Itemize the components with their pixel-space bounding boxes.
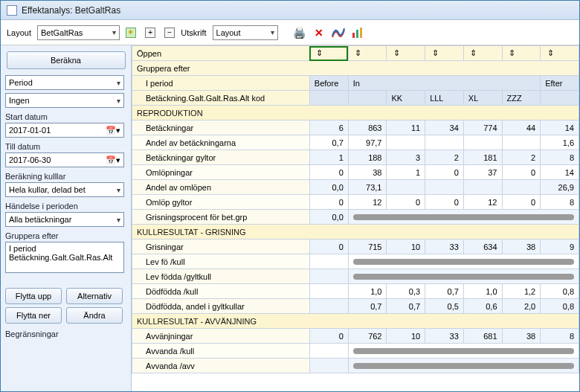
gruppera-efter-header: Gruppera efter — [132, 61, 579, 76]
col-in: In — [348, 76, 540, 91]
start-date-input[interactable]: 2017-01-01📅▾ — [5, 123, 124, 138]
col-zzz: ZZZ — [502, 91, 541, 106]
row-label: Grisningar — [132, 240, 310, 254]
row-label: Omlöpningar — [132, 165, 310, 180]
section-reproduktion: REPRODUKTION — [132, 106, 579, 121]
handle-cell[interactable]: ⇕ — [502, 46, 541, 61]
print-icon[interactable]: 🖨️ — [291, 25, 308, 41]
gruppera-listbox[interactable]: I period Betäckning.Galt.Galt.Ras.Alt — [5, 242, 124, 273]
alternativ-button[interactable]: Alternativ — [66, 288, 123, 304]
sparkline — [348, 269, 579, 284]
chart-bar-icon[interactable] — [349, 25, 366, 41]
row-label: Betäckningar gyltor — [132, 150, 310, 165]
sidebar: Beräkna Period Ingen Start datum 2017-01… — [1, 45, 132, 391]
row-label: Betäckningar — [132, 121, 310, 135]
collapse-icon[interactable]: − — [161, 25, 178, 41]
layout-label: Layout — [7, 28, 31, 37]
i-period-header: I period — [132, 76, 310, 91]
sparkline — [348, 359, 579, 373]
col-before: Before — [309, 76, 348, 91]
utskrift-select[interactable]: Layout — [213, 25, 278, 40]
begransningar-label: Begränsningar — [5, 330, 126, 338]
expand-icon[interactable]: + — [142, 25, 158, 41]
svg-rect-2 — [360, 28, 362, 38]
sparkline — [348, 254, 579, 269]
flytta-upp-button[interactable]: Flytta upp — [5, 288, 62, 304]
handle-cell[interactable]: ⇕ — [387, 46, 425, 61]
betackning-key-header: Betäckning.Galt.Galt.Ras.Alt kod — [132, 91, 310, 106]
period-select[interactable]: Period — [5, 75, 124, 90]
section-kullavv: KULLRESULTAT - AVVÄNJNING — [132, 314, 579, 329]
handle-cell[interactable]: ⇕ — [309, 46, 348, 61]
oppen-label: Öppen — [132, 46, 310, 61]
calendar-icon[interactable]: 📅▾ — [106, 126, 120, 135]
svg-rect-0 — [352, 33, 355, 38]
row-label: Dödfödda /kull — [132, 284, 310, 299]
gruppera-label: Gruppera efter — [5, 231, 126, 240]
handle-cell[interactable]: ⇕ — [425, 46, 464, 61]
window-title: Effektanalys: BetGaltRas — [22, 5, 120, 16]
till-date-label: Till datum — [5, 142, 126, 151]
flytta-ner-button[interactable]: Flytta ner — [5, 307, 62, 324]
toolbar: Layout BetGaltRas + − Utskrift Layout 🖨️… — [1, 20, 579, 45]
settings-icon[interactable] — [123, 25, 139, 41]
data-grid[interactable]: Öppen ⇕ ⇕ ⇕ ⇕ ⇕ ⇕ ⇕ Gruppera efter I per… — [132, 45, 579, 391]
sparkline — [348, 344, 579, 359]
svg-rect-1 — [356, 30, 358, 38]
row-label: Lev födda /gyltkull — [132, 269, 310, 284]
handelse-select[interactable]: Alla betäckningar — [5, 212, 124, 227]
ingen-select[interactable]: Ingen — [5, 93, 124, 108]
delete-icon[interactable]: ✕ — [311, 25, 327, 41]
row-label: Avvanda /kull — [132, 344, 310, 359]
layout-select[interactable]: BetGaltRas — [37, 25, 120, 40]
col-xl: XL — [463, 91, 502, 106]
till-date-input[interactable]: 2017-06-30📅▾ — [5, 152, 124, 167]
row-label: Andel av betäckningarna — [132, 135, 310, 150]
calculate-button[interactable]: Beräkna — [7, 51, 126, 69]
row-label: Omlöp gyltor — [132, 195, 310, 210]
row-label: Avvänjningar — [132, 329, 310, 344]
sparkline — [348, 210, 579, 225]
berakning-label: Beräkning kulllar — [5, 172, 126, 181]
andra-button[interactable]: Ändra — [66, 307, 123, 324]
row-label: Grisningsprocent för bet.grp — [132, 210, 310, 225]
row-label: Dödfödda, andel i gyltkullar — [132, 299, 310, 314]
app-icon — [7, 5, 17, 16]
col-kk: KK — [387, 91, 425, 106]
row-label: Andel av omlöpen — [132, 180, 310, 195]
section-kullgris: KULLRESULTAT - GRISNING — [132, 225, 579, 240]
row-label: Avvanda /avv — [132, 359, 310, 373]
start-date-label: Start datum — [5, 112, 126, 121]
calendar-icon[interactable]: 📅▾ — [106, 155, 120, 165]
utskrift-label: Utskrift — [181, 28, 206, 37]
handle-cell[interactable]: ⇕ — [541, 46, 579, 61]
chart-line-icon[interactable] — [330, 25, 347, 41]
col-efter: Efter — [541, 76, 579, 91]
col-lll: LLL — [425, 91, 464, 106]
row-label: Lev fö /kull — [132, 254, 310, 269]
handelse-label: Händelse i perioden — [5, 202, 126, 211]
handle-cell[interactable]: ⇕ — [348, 46, 387, 61]
handle-cell[interactable]: ⇕ — [463, 46, 502, 61]
window-titlebar: Effektanalys: BetGaltRas — [1, 1, 579, 20]
berakning-select[interactable]: Hela kullar, delad bet — [5, 182, 124, 197]
